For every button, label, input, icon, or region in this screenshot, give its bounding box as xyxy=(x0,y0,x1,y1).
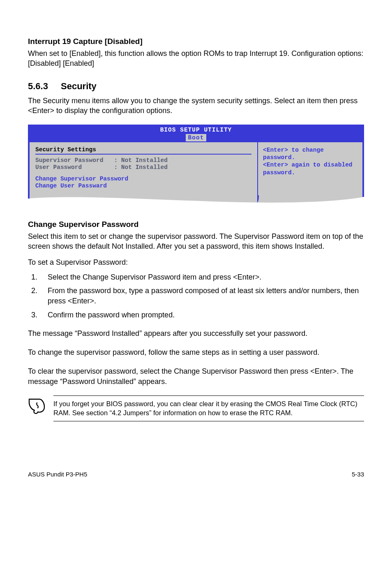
bios-user-label: User Password xyxy=(35,164,82,171)
bios-title: BIOS SETUP UTILITY xyxy=(160,127,232,133)
steps-list: Select the Change Supervisor Password it… xyxy=(28,272,364,320)
bios-left-panel: Security Settings Supervisor Password : … xyxy=(30,142,258,195)
section-title: Security xyxy=(61,81,97,91)
step-1: Select the Change Supervisor Password it… xyxy=(39,272,364,282)
bios-user-value: : Not Installed xyxy=(114,164,168,171)
bios-security-settings-label: Security Settings xyxy=(35,146,251,153)
bios-supervisor-label: Supervisor Password xyxy=(35,157,103,164)
paragraph-change-supervisor-desc: Select this item to set or change the su… xyxy=(28,231,364,252)
section-heading-security: 5.6.3Security xyxy=(28,81,364,92)
bios-change-supervisor: Change Supervisor Password xyxy=(35,176,251,182)
footer-page-number: 5-33 xyxy=(352,471,364,478)
note-block: If you forget your BIOS password, you ca… xyxy=(28,395,364,421)
footer-product: ASUS Pundit P3-PH5 xyxy=(28,471,87,478)
heading-interrupt: Interrupt 19 Capture [Disabled] xyxy=(28,37,364,46)
bios-header: BIOS SETUP UTILITY Boot xyxy=(28,125,364,142)
paragraph-security-intro: The Security menu items allow you to cha… xyxy=(28,96,364,116)
paragraph-change-password: To change the supervisor password, follo… xyxy=(28,347,364,357)
note-text: If you forget your BIOS password, you ca… xyxy=(53,399,364,418)
step-2: From the password box, type a password c… xyxy=(39,286,364,306)
section-number: 5.6.3 xyxy=(28,81,61,92)
bios-row-supervisor: Supervisor Password : Not Installed xyxy=(35,157,251,164)
heading-change-supervisor: Change Supervisor Password xyxy=(28,220,364,229)
paragraph-set-supervisor-intro: To set a Supervisor Password: xyxy=(28,257,364,267)
bios-tab-boot: Boot xyxy=(186,134,207,141)
page-footer: ASUS Pundit P3-PH5 5-33 xyxy=(28,471,364,478)
bios-help-panel: <Enter> to change password. <Enter> agai… xyxy=(258,142,362,195)
bios-setup-screenshot: BIOS SETUP UTILITY Boot Security Setting… xyxy=(28,125,364,209)
note-icon xyxy=(28,395,53,416)
paragraph-interrupt-desc: When set to [Enabled], this function all… xyxy=(28,49,364,69)
paragraph-clear-password: To clear the supervisor password, select… xyxy=(28,366,364,386)
bios-change-user: Change User Passward xyxy=(35,183,251,189)
bios-row-user: User Password : Not Installed xyxy=(35,164,251,171)
bios-supervisor-value: : Not Installed xyxy=(114,157,168,164)
bios-divider xyxy=(35,154,251,155)
step-3: Confirm the password when prompted. xyxy=(39,310,364,320)
bios-fade-bottom xyxy=(28,195,364,209)
paragraph-password-installed: The message “Password Installed” appears… xyxy=(28,328,364,338)
